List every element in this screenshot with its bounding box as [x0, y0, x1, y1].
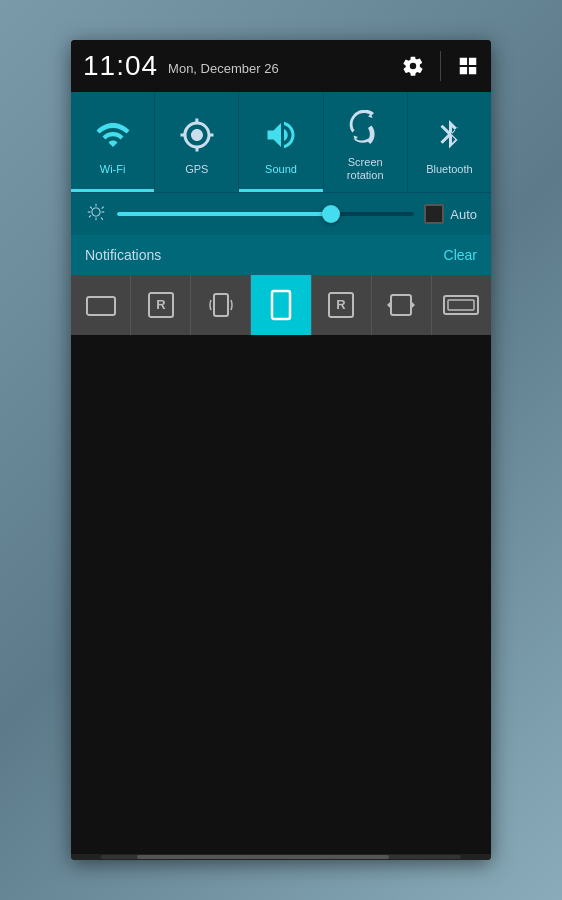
- brightness-thumb[interactable]: [322, 205, 340, 223]
- notifications-area: [71, 335, 491, 854]
- mode-portrait-active[interactable]: [251, 275, 311, 335]
- auto-checkbox-box[interactable]: [424, 204, 444, 224]
- phone-frame: 11:04 Mon, December 26 Wi-Fi: [71, 40, 491, 860]
- gps-icon-area: [173, 111, 221, 159]
- svg-rect-4: [272, 291, 290, 319]
- toggle-wifi[interactable]: Wi-Fi: [71, 92, 155, 192]
- mode-landscape-arrows[interactable]: [372, 275, 432, 335]
- sound-label: Sound: [265, 163, 297, 176]
- grid-icon[interactable]: [457, 55, 479, 77]
- svg-rect-7: [391, 295, 411, 315]
- wifi-icon-area: [89, 111, 137, 159]
- toggle-bluetooth[interactable]: Bluetooth: [408, 92, 491, 192]
- scrollbar-thumb: [137, 855, 389, 859]
- svg-rect-9: [448, 300, 474, 310]
- svg-text:R: R: [156, 297, 166, 312]
- settings-icon[interactable]: [402, 55, 424, 77]
- auto-label: Auto: [450, 207, 477, 222]
- wifi-active-bar: [71, 189, 154, 192]
- mode-landscape[interactable]: [71, 275, 131, 335]
- divider: [440, 51, 441, 81]
- scrollbar[interactable]: [71, 854, 491, 860]
- sound-icon-area: [257, 111, 305, 159]
- scrollbar-track: [101, 855, 461, 859]
- toggle-sound[interactable]: Sound: [239, 92, 323, 192]
- auto-brightness[interactable]: Auto: [424, 204, 477, 224]
- svg-rect-8: [444, 296, 478, 314]
- sound-active-bar: [239, 189, 322, 192]
- toggle-screen-rotation[interactable]: Screenrotation: [324, 92, 408, 192]
- mode-r-normal[interactable]: R: [131, 275, 191, 335]
- svg-rect-3: [214, 294, 228, 316]
- svg-rect-0: [87, 297, 115, 315]
- brightness-fill: [117, 212, 331, 216]
- clock: 11:04: [83, 50, 158, 82]
- notifications-label: Notifications: [85, 247, 161, 263]
- mode-rotate-auto[interactable]: [191, 275, 251, 335]
- status-bar: 11:04 Mon, December 26: [71, 40, 491, 92]
- brightness-row: Auto: [71, 192, 491, 235]
- wifi-label: Wi-Fi: [100, 163, 126, 176]
- date: Mon, December 26: [168, 61, 279, 76]
- screen-rotation-label: Screenrotation: [347, 156, 384, 182]
- brightness-icon: [85, 201, 107, 227]
- mode-r-bold[interactable]: R: [312, 275, 372, 335]
- screen-rotation-icon-area: [341, 104, 389, 152]
- gps-label: GPS: [185, 163, 208, 176]
- screen-mode-row: R R: [71, 275, 491, 335]
- bluetooth-label: Bluetooth: [426, 163, 472, 176]
- brightness-slider[interactable]: [117, 212, 414, 216]
- quick-toggles: Wi-Fi GPS Sound: [71, 92, 491, 192]
- mode-wide-double[interactable]: [432, 275, 491, 335]
- status-icons: [402, 51, 479, 81]
- clear-button[interactable]: Clear: [444, 247, 477, 263]
- bluetooth-icon-area: [425, 111, 473, 159]
- svg-text:R: R: [336, 297, 346, 312]
- toggle-gps[interactable]: GPS: [155, 92, 239, 192]
- notifications-bar: Notifications Clear: [71, 235, 491, 275]
